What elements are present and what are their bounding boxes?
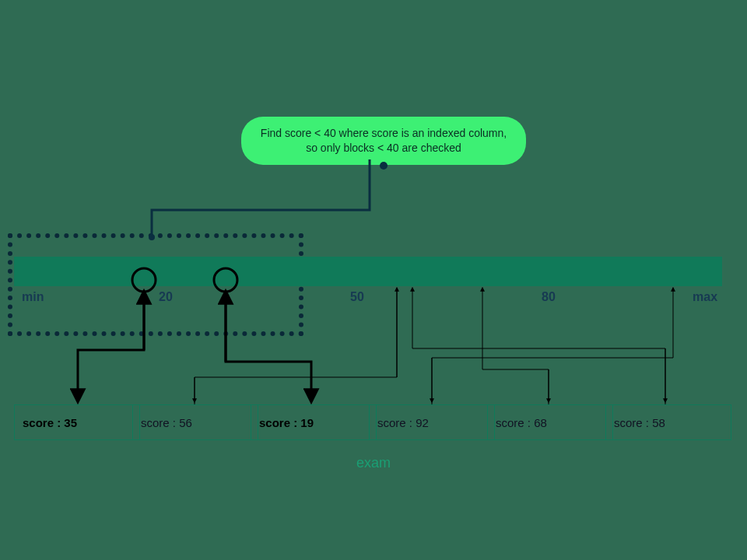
diagram-stage: { "badge_text": "Find score < 40 where s… (0, 0, 747, 560)
row-cell-1: score : 56 (132, 404, 258, 440)
row-cell-5: score : 58 (605, 404, 731, 440)
badge-stem-icon (380, 162, 388, 170)
query-description-badge: Find score < 40 where score is an indexe… (241, 117, 526, 165)
query-description-text: Find score < 40 where score is an indexe… (261, 127, 507, 154)
tick-min: min (22, 290, 44, 304)
tick-80: 80 (542, 290, 556, 304)
index-bar (14, 257, 722, 286)
row-cell-0: score : 35 (14, 404, 140, 440)
row-cell-4: score : 68 (487, 404, 613, 440)
row-cell-2: score : 19 (251, 404, 377, 440)
table-caption: exam (0, 455, 747, 471)
tick-50: 50 (350, 290, 364, 304)
tick-20: 20 (159, 290, 173, 304)
row-cell-3: score : 92 (369, 404, 495, 440)
tick-max: max (693, 290, 717, 304)
